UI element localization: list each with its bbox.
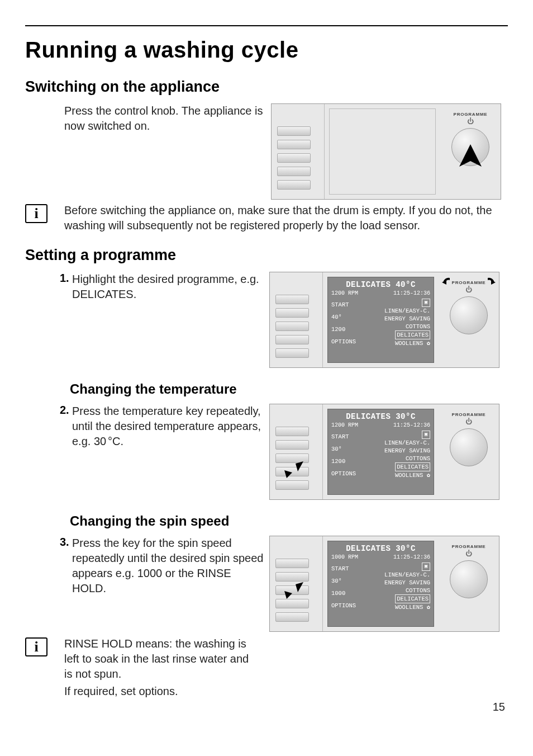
panel-button: [275, 427, 309, 436]
svg-marker-4: [296, 461, 303, 471]
panel-button: [275, 612, 309, 622]
power-icon: ⏻: [465, 418, 472, 425]
panel-button: [275, 559, 309, 568]
panel-illustration-temperature: DELICATES 30°C 1200 RPM 11:25-12:36 STAR…: [269, 404, 499, 500]
svg-marker-6: [296, 582, 303, 592]
wool-icon: ✿: [427, 340, 430, 347]
panel-button: [277, 180, 311, 190]
screen-left-list: START 30° 1200 OPTIONS: [331, 431, 356, 480]
control-knob: [450, 296, 488, 334]
screen-title: DELICATES 30°C: [331, 412, 430, 421]
screen-time: 11:25-12:36: [393, 290, 430, 296]
screen-time: 11:25-12:36: [393, 554, 430, 560]
page-number: 15: [493, 701, 505, 714]
switching-para2: Before switching the appliance on, make …: [64, 203, 508, 233]
panel-button: [275, 322, 309, 331]
panel-button: [275, 348, 309, 358]
programme-label: PROGRAMME: [452, 544, 486, 549]
page-title: Running a washing cycle: [25, 37, 508, 63]
timer-icon: ▣: [422, 299, 430, 307]
panel-button: [275, 335, 309, 344]
heading-programme: Setting a programme: [25, 247, 508, 264]
panel-button: [277, 126, 311, 136]
panel-button: [275, 480, 309, 490]
panel-illustration-programme: DELICATES 40°C 1200 RPM 11:25-12:36 STAR…: [269, 272, 499, 368]
step-number-1: 1.: [60, 272, 69, 284]
control-knob: [450, 560, 488, 598]
panel-button: [277, 167, 311, 176]
panel-screen-blank: [329, 108, 436, 195]
programme-label: PROGRAMME: [454, 112, 488, 117]
step-text-1: Highlight the desired programme, e.g. DE…: [72, 272, 264, 302]
panel-button: [275, 308, 309, 318]
control-knob: [451, 128, 489, 166]
step-text-3: Press the key for the spin speed repeate…: [72, 536, 264, 596]
panel-screen-temperature: DELICATES 30°C 1200 RPM 11:25-12:36 STAR…: [327, 409, 434, 495]
programme-label: PROGRAMME: [452, 280, 486, 285]
panel-button: [277, 140, 311, 149]
panel-button: [275, 295, 309, 304]
spin-extra: If required, set options.: [64, 684, 257, 699]
step-text-2: Press the temperature key repeatedly, un…: [72, 404, 264, 449]
info-icon: [25, 204, 47, 223]
timer-icon: ▣: [422, 431, 430, 439]
hand-press-arrow-icon: [281, 578, 306, 602]
rotate-left-arrow-icon: [442, 277, 453, 288]
heading-switching: Switching on the appliance: [25, 78, 508, 96]
heading-temperature: Changing the temperature: [70, 381, 508, 397]
screen-title: DELICATES 40°C: [331, 280, 430, 289]
screen-rpm: 1200 RPM: [331, 290, 358, 296]
screen-rpm: 1200 RPM: [331, 422, 358, 428]
screen-rpm: 1000 RPM: [331, 554, 358, 560]
step-number-2: 2.: [60, 404, 69, 416]
spin-info: RINSE HOLD means: the washing is left to…: [64, 636, 257, 682]
hand-press-arrow-icon: [281, 457, 306, 481]
wool-icon: ✿: [427, 604, 430, 611]
programme-label: PROGRAMME: [452, 412, 486, 417]
panel-screen-programme: DELICATES 40°C 1200 RPM 11:25-12:36 STAR…: [327, 277, 434, 363]
heading-spin: Changing the spin speed: [70, 513, 508, 529]
switching-para1: Press the control knob. The appliance is…: [64, 103, 265, 134]
power-icon: ⏻: [467, 118, 474, 125]
panel-button: [277, 153, 311, 163]
panel-illustration-spin: DELICATES 30°C 1000 RPM 11:25-12:36 STAR…: [269, 536, 499, 632]
rotate-right-arrow-icon: [484, 277, 496, 288]
info-icon: [25, 637, 47, 656]
wool-icon: ✿: [427, 472, 430, 479]
power-icon: ⏻: [465, 286, 472, 293]
step-number-3: 3.: [60, 536, 69, 548]
control-knob: [450, 428, 488, 466]
press-arrow-icon: [458, 143, 483, 169]
power-icon: ⏻: [465, 550, 472, 557]
svg-marker-0: [459, 144, 482, 167]
screen-left-list: START 40° 1200 OPTIONS: [331, 299, 356, 348]
panel-button: [275, 440, 309, 450]
timer-icon: ▣: [422, 563, 430, 571]
screen-time: 11:25-12:36: [393, 422, 430, 428]
screen-title: DELICATES 30°C: [331, 544, 430, 553]
panel-screen-spin: DELICATES 30°C 1000 RPM 11:25-12:36 STAR…: [327, 541, 434, 627]
panel-illustration-power: PROGRAMME ⏻: [271, 103, 501, 200]
screen-left-list: START 30° 1000 OPTIONS: [331, 563, 356, 612]
